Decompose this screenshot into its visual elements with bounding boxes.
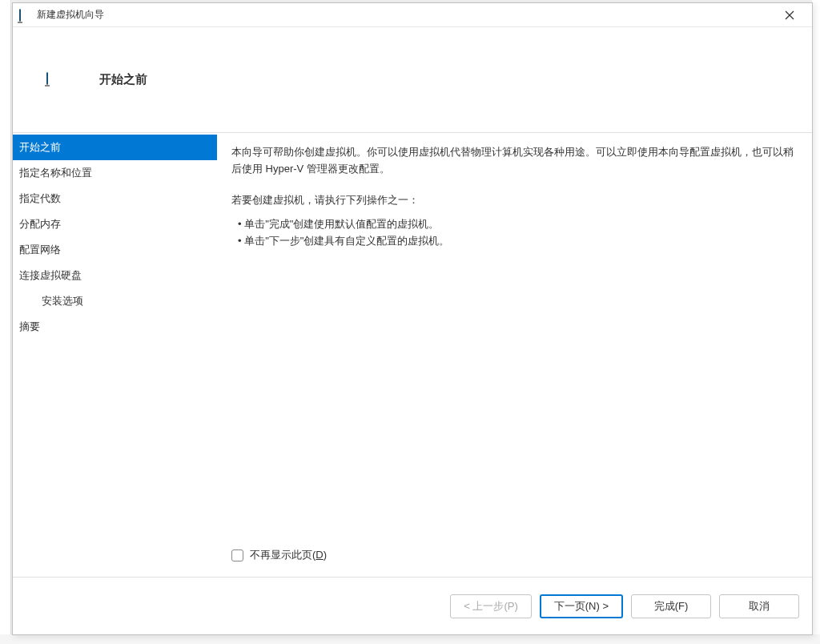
sidebar-item-label: 摘要 (19, 320, 40, 332)
wizard-content: 本向导可帮助你创建虚拟机。你可以使用虚拟机代替物理计算机实现各种用途。可以立即使… (217, 133, 812, 577)
close-icon (785, 10, 794, 20)
bullet-item: • 单击"下一步"创建具有自定义配置的虚拟机。 (238, 233, 798, 250)
sidebar-item-before-you-begin[interactable]: 开始之前 (13, 135, 217, 160)
sidebar-item-label: 指定代数 (19, 192, 61, 204)
titlebar: 新建虚拟机向导 (13, 3, 812, 27)
sidebar-item-label: 配置网络 (19, 244, 61, 256)
sidebar-item-label: 安装选项 (42, 295, 83, 307)
dont-show-again-label[interactable]: 不再显示此页(D) (250, 547, 327, 564)
window-title: 新建虚拟机向导 (37, 8, 774, 22)
finish-button[interactable]: 完成(F) (631, 594, 711, 618)
spacer (231, 250, 798, 547)
sidebar-item-label: 开始之前 (19, 141, 61, 153)
sidebar-item-summary[interactable]: 摘要 (13, 314, 217, 340)
background-panel-bottom (0, 634, 820, 644)
sidebar-item-networking[interactable]: 配置网络 (13, 237, 217, 263)
sidebar-item-hard-disk[interactable]: 连接虚拟硬盘 (13, 263, 217, 288)
bullet-item: • 单击"完成"创建使用默认值配置的虚拟机。 (238, 216, 798, 233)
dont-show-again-checkbox[interactable] (231, 549, 243, 561)
wizard-footer: < 上一步(P) 下一页(N) > 完成(F) 取消 (13, 577, 812, 634)
sidebar-item-name-location[interactable]: 指定名称和位置 (13, 160, 217, 186)
background-panel-left (0, 0, 11, 644)
bullet-list: • 单击"完成"创建使用默认值配置的虚拟机。 • 单击"下一步"创建具有自定义配… (231, 216, 798, 250)
wizard-header-icon (46, 73, 62, 87)
wizard-sidebar: 开始之前 指定名称和位置 指定代数 分配内存 配置网络 连接虚拟硬盘 安装选项 … (13, 133, 217, 577)
instruction-text: 若要创建虚拟机，请执行下列操作之一： (231, 192, 798, 209)
sidebar-item-generation[interactable]: 指定代数 (13, 186, 217, 211)
sidebar-item-memory[interactable]: 分配内存 (13, 211, 217, 237)
sidebar-item-label: 分配内存 (19, 218, 61, 230)
sidebar-item-label: 指定名称和位置 (19, 167, 92, 179)
next-button[interactable]: 下一页(N) > (540, 594, 623, 618)
sidebar-item-label: 连接虚拟硬盘 (19, 269, 82, 281)
intro-text: 本向导可帮助你创建虚拟机。你可以使用虚拟机代替物理计算机实现各种用途。可以立即使… (231, 144, 798, 178)
wizard-dialog: 新建虚拟机向导 开始之前 开始之前 指定名称和位置 指定代数 分配内存 (12, 2, 813, 635)
wizard-header: 开始之前 (13, 27, 812, 133)
page-title: 开始之前 (99, 72, 147, 87)
app-icon (19, 10, 32, 21)
previous-button: < 上一步(P) (450, 594, 532, 618)
sidebar-item-install-options[interactable]: 安装选项 (13, 288, 217, 314)
background-panel-right (812, 0, 820, 644)
wizard-body: 开始之前 指定名称和位置 指定代数 分配内存 配置网络 连接虚拟硬盘 安装选项 … (13, 133, 812, 577)
cancel-button[interactable]: 取消 (719, 594, 799, 618)
dont-show-again-row: 不再显示此页(D) (231, 547, 798, 564)
close-button[interactable] (774, 4, 806, 26)
